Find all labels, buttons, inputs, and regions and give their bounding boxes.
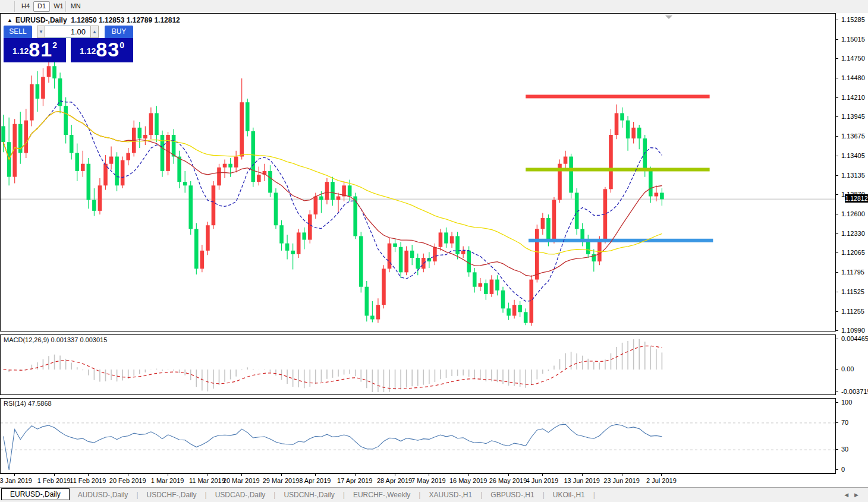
chart-tab-eurchf-weekly[interactable]: EURCHF-,Weekly bbox=[345, 490, 419, 501]
horizontal-line-object[interactable] bbox=[526, 168, 709, 171]
macd-tick-label: 0.004465 bbox=[841, 335, 868, 342]
candle-body bbox=[251, 131, 256, 182]
date-axis[interactable]: 23 Jan 20191 Feb 201911 Feb 201920 Feb 2… bbox=[0, 473, 836, 488]
date-label: 20 Mar 2019 bbox=[223, 477, 260, 484]
candle-body bbox=[444, 232, 448, 243]
sell-button[interactable]: SELL bbox=[4, 26, 32, 38]
rsi-panel[interactable] bbox=[0, 398, 836, 473]
date-label: 20 Feb 2019 bbox=[109, 477, 146, 484]
macd-chart[interactable] bbox=[1, 335, 835, 394]
candle-body bbox=[467, 251, 471, 273]
scroll-shift-marker-icon[interactable] bbox=[665, 15, 672, 19]
candle-body bbox=[87, 164, 91, 200]
timeframe-toolbar: H4D1W1MN bbox=[0, 0, 868, 13]
price-tick-label-tick bbox=[836, 214, 838, 214]
candle-body bbox=[404, 251, 408, 273]
candle-body bbox=[370, 315, 375, 319]
candle-body bbox=[615, 113, 619, 135]
price-tick-label: 1.13405 bbox=[841, 152, 865, 159]
candle-body bbox=[177, 157, 181, 182]
rsi-tick-label: 0 bbox=[841, 466, 845, 473]
chart-tab-audusd-daily[interactable]: AUDUSD-,Daily bbox=[70, 490, 137, 501]
timeframe-button-h4[interactable]: H4 bbox=[18, 1, 33, 11]
candle-body bbox=[206, 225, 210, 251]
candle-body bbox=[41, 77, 45, 99]
chart-tab-usdcnh-daily[interactable]: USDCNH-,Daily bbox=[275, 490, 342, 501]
timeframe-button-w1[interactable]: W1 bbox=[50, 1, 67, 11]
price-tick-label: 1.14750 bbox=[841, 55, 865, 62]
date-label: 7 May 2019 bbox=[411, 477, 445, 484]
volume-increase-button[interactable]: ▲ bbox=[90, 26, 99, 38]
candle-body bbox=[336, 197, 341, 200]
macd-panel[interactable] bbox=[0, 334, 836, 395]
date-tick bbox=[14, 474, 15, 476]
price-tick-label-tick bbox=[836, 58, 838, 59]
tab-scroll-right-icon[interactable]: ▶ bbox=[854, 492, 864, 498]
candle-body bbox=[257, 175, 261, 182]
chart-tab-usdcad-daily[interactable]: USDCAD-,Daily bbox=[207, 490, 274, 501]
chart-tab-eurusd-daily[interactable]: EURUSD-,Daily bbox=[1, 488, 70, 500]
candle-body bbox=[81, 164, 85, 171]
candle-body bbox=[172, 135, 176, 157]
candle-body bbox=[495, 280, 499, 291]
timeframe-button-d1[interactable]: D1 bbox=[33, 1, 50, 12]
rsi-tick-label-tick bbox=[836, 449, 838, 450]
rsi-chart[interactable] bbox=[1, 399, 835, 473]
date-tick bbox=[542, 474, 543, 476]
candle-body bbox=[484, 283, 488, 294]
volume-input[interactable]: 1.00 bbox=[45, 26, 90, 38]
chart-tab-gbpusd-h1[interactable]: GBPUSD-,H1 bbox=[482, 490, 542, 501]
price-axis[interactable]: 1.152851.150151.147501.144801.142101.139… bbox=[836, 13, 868, 473]
chart-tab-xauusd-h1[interactable]: XAUUSD-,H1 bbox=[420, 490, 480, 501]
buy-price-display[interactable]: 1.12830 bbox=[71, 38, 133, 62]
volume-decrease-button[interactable]: ▼ bbox=[37, 26, 45, 38]
candle-body bbox=[268, 171, 272, 193]
candle-body bbox=[450, 236, 454, 243]
chart-tab-usdchf-daily[interactable]: USDCHF-,Daily bbox=[139, 490, 205, 501]
date-label: 13 Jun 2019 bbox=[564, 477, 600, 484]
candle-body bbox=[143, 135, 147, 138]
horizontal-line-object[interactable] bbox=[526, 94, 709, 98]
price-tick-label: 1.14210 bbox=[841, 94, 865, 101]
date-tick bbox=[207, 474, 207, 476]
rsi-tick-label-tick bbox=[836, 402, 838, 403]
tab-scroll-arrows[interactable]: ◀▶ bbox=[844, 492, 864, 498]
candle-body bbox=[348, 185, 352, 196]
date-tick bbox=[128, 474, 128, 476]
date-tick bbox=[88, 474, 89, 476]
candle-body bbox=[92, 200, 96, 211]
chart-tab-ukoil-h1[interactable]: UKOil-,H1 bbox=[545, 490, 593, 501]
candle-body bbox=[433, 247, 437, 261]
candle-body bbox=[410, 251, 414, 258]
sell-price-display[interactable]: 1.12812 bbox=[4, 38, 66, 62]
price-tick-label-tick bbox=[836, 272, 838, 273]
candle-body bbox=[70, 135, 74, 153]
chart-ohlc-values: 1.12850 1.12853 1.12789 1.12812 bbox=[71, 16, 180, 24]
rsi-tick-label: 30 bbox=[841, 446, 848, 453]
buy-button[interactable]: BUY bbox=[105, 26, 133, 38]
date-tick bbox=[468, 474, 469, 476]
date-label: 28 Apr 2019 bbox=[377, 477, 412, 484]
candle-body bbox=[620, 113, 624, 120]
date-label: 1 Feb 2019 bbox=[37, 477, 71, 484]
price-tick-label: 1.15015 bbox=[841, 36, 865, 43]
toolbar-separator bbox=[65, 1, 66, 12]
horizontal-line-object[interactable] bbox=[529, 239, 713, 242]
one-click-trade-panel: SELL ▼ 1.00 ▲ BUY 1.12812 1.12830 bbox=[4, 26, 133, 62]
date-label: 29 Mar 2019 bbox=[263, 477, 300, 484]
candle-body bbox=[149, 113, 153, 135]
date-label: 1 Mar 2019 bbox=[151, 477, 184, 484]
toolbar-separator bbox=[14, 1, 15, 12]
tab-scroll-left-icon[interactable]: ◀ bbox=[844, 492, 854, 498]
date-label: 16 May 2019 bbox=[449, 477, 488, 484]
candle-body bbox=[217, 168, 221, 185]
price-tick-label: 1.11255 bbox=[841, 308, 864, 315]
candle-body bbox=[546, 218, 551, 240]
timeframe-button-mn[interactable]: MN bbox=[67, 1, 84, 11]
candle-body bbox=[24, 121, 29, 153]
candle-body bbox=[36, 84, 40, 99]
price-tick-label-tick bbox=[836, 136, 838, 137]
candle-body bbox=[109, 157, 114, 164]
macd-tick-label-tick bbox=[836, 369, 838, 370]
price-tick-label-tick bbox=[836, 116, 838, 117]
